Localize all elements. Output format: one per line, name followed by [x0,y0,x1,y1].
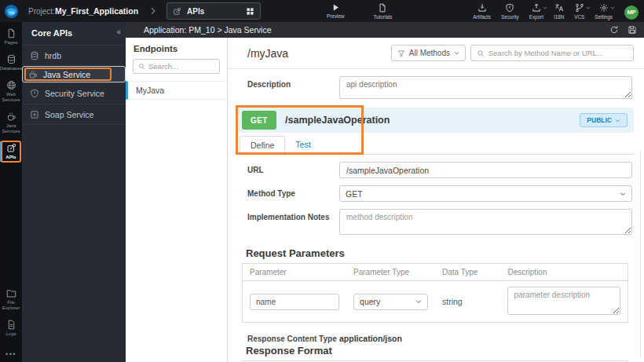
endpoints-panel: Endpoints MyJava [126,38,228,362]
globe-icon [6,80,16,90]
coffee-cup-icon [6,112,16,122]
response-content-type-row: Response Content Type application/json [228,323,644,343]
caret-down-icon [415,298,422,305]
response-content-type-value: application/json [339,331,632,343]
operation-path: /sampleJavaOperation [285,115,580,126]
endpoints-search-input[interactable] [148,62,214,71]
method-type-label: Method Type [247,185,339,202]
url-input[interactable] [339,162,632,178]
wavemaker-logo-icon [4,4,19,19]
tutorials-button[interactable]: Tutorials [374,3,393,20]
sidebar-item-java-services[interactable]: Java Services [0,110,22,136]
endpoints-search[interactable] [133,59,220,74]
core-api-item-hrdb[interactable]: hrdb [22,45,126,66]
security-button[interactable]: Security [501,3,519,20]
core-api-item-soap-service[interactable]: Soap Service [22,104,126,125]
scrollbar-track[interactable] [640,152,641,357]
sidebar-item-databases[interactable]: Databases [0,53,22,73]
description-label: Description [247,76,339,102]
grid-icon[interactable] [246,7,254,16]
logs-icon [6,320,16,330]
settings-button[interactable]: Settings [595,3,613,20]
export-upload-icon [532,3,541,13]
api-detail-panel: /myJava All Methods Description api desc… [228,38,644,362]
sidebar-item-logs[interactable]: Logs [0,318,22,338]
folder-icon [6,288,16,298]
workspace-tab-label: APIs [187,7,240,16]
core-api-item-java-service[interactable]: Java Service [22,66,126,82]
caret-down-icon [615,118,620,123]
implementation-notes-textarea[interactable] [339,209,632,235]
artifacts-button[interactable]: Artifacts [473,3,491,20]
endpoints-title: Endpoints [126,38,227,59]
parameter-description-textarea[interactable] [507,287,620,315]
operation-bar[interactable]: GET /sampleJavaOperation PUBLIC [238,108,634,133]
url-label: URL [247,162,339,178]
core-api-item-security-service[interactable]: Security Service [22,82,126,104]
application-bar: Application: PM_10 > Java Service [126,22,644,38]
request-parameters-table: Parameter Parameter Type Data Type Descr… [242,263,628,323]
core-apis-panel: Core APIs « hrdb Java Service Security S… [22,22,126,362]
data-type-value: string [435,281,500,323]
method-badge-get[interactable]: GET [242,111,276,130]
method-type-select[interactable]: GET [339,185,632,202]
description-row: Description api description [228,69,644,102]
api-detail-header: /myJava All Methods [228,38,644,68]
response-format-heading: Response Format [228,343,644,360]
sidebar-item-pages[interactable]: Pages [0,27,22,47]
sidebar-item-apis[interactable]: APIs [0,141,22,162]
search-icon [138,63,145,70]
sidebar-item-file-explorer[interactable]: File Explorer [0,287,22,313]
page-title: /myJava [247,47,386,60]
more-options-button[interactable]: ••• [5,350,16,358]
description-textarea[interactable]: api description [339,76,632,99]
active-indicator [0,141,2,162]
workspace-tab-apis[interactable]: APIs [166,2,261,20]
endpoint-item-myjava[interactable]: MyJava [126,81,227,100]
i18n-button[interactable]: I18N [554,3,564,20]
request-parameters-heading: Request Parameters [228,238,644,263]
play-icon [331,3,340,12]
parameter-name-input[interactable] [250,294,339,310]
user-avatar[interactable]: MP [624,5,639,20]
document-icon [378,3,387,13]
breadcrumb: Application: PM_10 > Java Service [144,25,601,35]
tab-test[interactable]: Test [285,136,320,155]
shield-icon [505,3,514,13]
refresh-icon[interactable] [609,25,619,35]
methods-filter-dropdown[interactable]: All Methods [391,45,466,61]
caret-down-icon [620,191,626,197]
i18n-translate-icon [554,3,564,13]
shield-icon [30,89,39,98]
apis-icon [173,7,181,16]
access-public-dropdown[interactable]: PUBLIC [580,113,628,127]
settings-gear-icon [599,3,609,13]
top-bar: Project:My_First_Application APIs Previe… [0,0,644,22]
caret-down-icon [586,5,591,10]
chevron-right-icon [149,7,157,15]
project-name: Project:My_First_Application [28,6,138,16]
sidebar-item-web-services[interactable]: Web Services [0,79,22,104]
search-icon [477,49,485,57]
vcs-button[interactable]: VCS [574,3,584,20]
tab-define[interactable]: Define [240,136,285,155]
artifacts-download-icon [478,3,487,13]
collapse-panel-button[interactable]: « [113,27,124,38]
save-icon[interactable] [628,25,637,35]
database-icon [30,51,39,60]
application-window: Project:My_First_Application APIs Previe… [0,0,644,362]
parameter-type-select[interactable]: query [353,294,428,310]
left-icon-rail: Pages Databases Web Services Java Servic… [0,22,22,362]
core-apis-title: Core APIs [22,22,126,45]
table-header-row: Parameter Parameter Type Data Type Descr… [243,264,628,281]
preview-button[interactable]: Preview [327,3,344,19]
export-button[interactable]: Export [529,3,543,20]
column-header: Parameter Type [346,264,435,281]
method-search-input[interactable] [488,49,628,57]
column-header: Data Type [435,264,500,281]
method-search[interactable] [470,45,634,61]
operation-zone: GET /sampleJavaOperation PUBLIC Define T… [238,108,634,155]
soap-box-icon [30,110,39,119]
rail-bottom-group: File Explorer Logs ••• [0,287,22,362]
response-content-type-label: Response Content Type [247,331,339,343]
